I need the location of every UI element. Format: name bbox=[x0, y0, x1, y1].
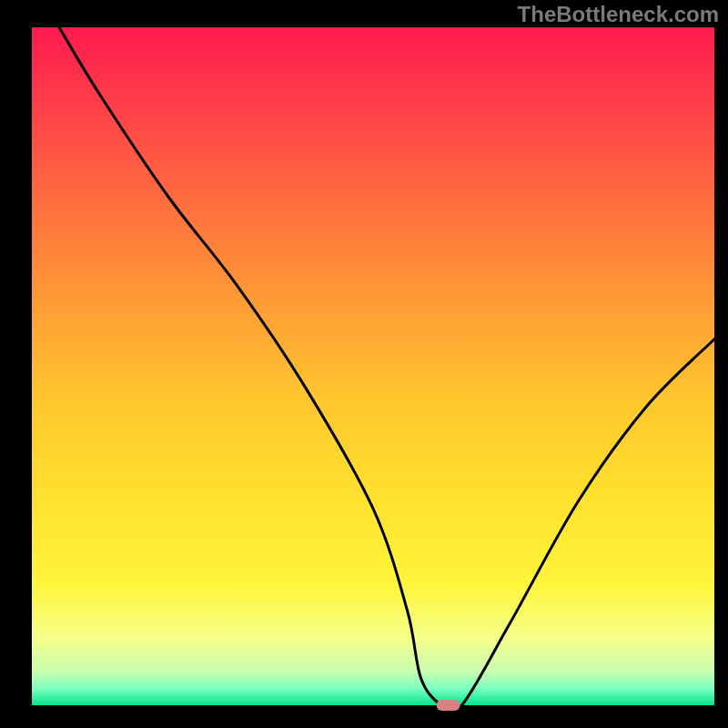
plot-background bbox=[32, 27, 714, 705]
chart-svg bbox=[0, 0, 728, 728]
optimal-marker bbox=[437, 700, 460, 711]
watermark-text: TheBottleneck.com bbox=[518, 2, 719, 27]
bottleneck-chart: TheBottleneck.com bbox=[0, 0, 728, 728]
